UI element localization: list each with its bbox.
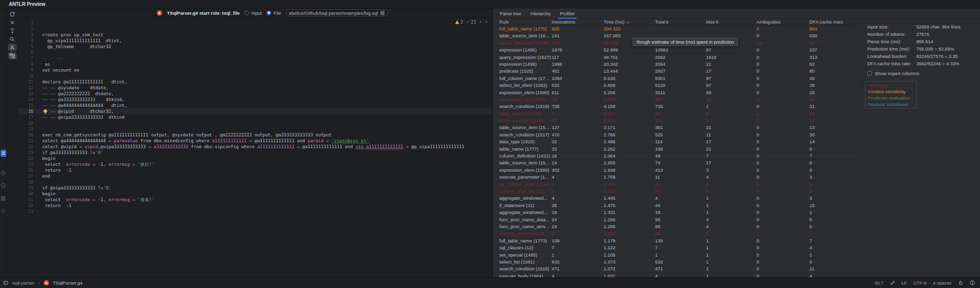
antlr-circle-icon[interactable]: A bbox=[0, 183, 6, 189]
code-text[interactable] bbox=[34, 126, 42, 132]
breadcrumb-file[interactable]: TSqlParser.g4 bbox=[53, 280, 82, 286]
profiler-row[interactable]: expression (1498)199820.342206421082 bbox=[493, 61, 861, 68]
code-text[interactable]: if @a333333333333 !='0' bbox=[34, 150, 103, 156]
code-text[interactable]: exec nb_com_getsysconfig @a1111111111111… bbox=[34, 132, 332, 138]
line-number[interactable]: 8 bbox=[18, 61, 34, 67]
read-only-pen-icon[interactable] bbox=[890, 280, 895, 286]
code-text[interactable]: —— —— @a333333333333 dtkind, bbox=[34, 97, 124, 103]
line-number[interactable]: 12 bbox=[18, 85, 34, 91]
line-number[interactable]: 14 bbox=[18, 97, 34, 103]
line-number[interactable]: 9 bbox=[18, 67, 34, 73]
line-number[interactable]: 30 bbox=[18, 191, 34, 197]
code-text[interactable]: —— —— @a2222222222 dtdate, bbox=[34, 91, 114, 97]
code-text[interactable]: @p_tblname dtchar32 bbox=[34, 44, 111, 50]
code-text[interactable]: —— —— @a444444444444444 dtint, bbox=[34, 103, 127, 108]
file-radio-label[interactable]: File bbox=[273, 10, 281, 16]
code-text[interactable] bbox=[34, 20, 42, 26]
browse-file-icon[interactable] bbox=[380, 11, 385, 15]
refresh-icon[interactable] bbox=[8, 10, 17, 18]
chevron-up-icon[interactable]: ∧ bbox=[479, 20, 482, 24]
profiler-row[interactable]: select_list (1581)6321.073632106 bbox=[493, 259, 861, 265]
intention-bulb-icon[interactable] bbox=[42, 109, 50, 114]
expert-columns-checkbox[interactable] bbox=[867, 71, 872, 76]
profiler-row[interactable]: select_list_elem (1592)6326.669612997038 bbox=[493, 82, 861, 89]
line-number[interactable]: 28 bbox=[18, 179, 34, 185]
line-number[interactable]: 19 bbox=[18, 126, 34, 132]
profiler-row[interactable]: column_alias_list (16...21.70358914 bbox=[493, 188, 861, 195]
line-number[interactable]: 31 bbox=[18, 197, 34, 203]
code-text[interactable]: end bbox=[34, 173, 50, 179]
profiler-row[interactable]: table_source (1510)73.972589119 bbox=[493, 110, 861, 117]
input-radio-group[interactable]: Input bbox=[245, 10, 262, 16]
profiler-row[interactable]: search_condition (1517)4702.78652511030 bbox=[493, 131, 861, 138]
weak-warning-counter[interactable]: ✓ 23 bbox=[466, 20, 476, 25]
col-max-k[interactable]: Max k bbox=[706, 19, 757, 25]
code-text[interactable] bbox=[34, 50, 42, 55]
preview-tool-window-icon[interactable] bbox=[0, 150, 6, 157]
inspections-widget[interactable]: 2 ✓ 23 ∧ ∨ bbox=[455, 20, 488, 25]
tab-hierarchy[interactable]: Hierarchy bbox=[531, 8, 551, 19]
code-text[interactable]: @p_vipa1111111111111 dtint, bbox=[34, 38, 122, 44]
profiler-people-icon[interactable] bbox=[8, 44, 17, 51]
profiler-row[interactable]: expression (1495)197852.99910982970237 bbox=[493, 47, 861, 53]
code-editor[interactable]: 123create proc up_com_test4 @p_vipa11111… bbox=[18, 18, 492, 216]
code-text[interactable]: set nocount on bbox=[34, 67, 79, 73]
breadcrumb-project[interactable]: tsql-parser bbox=[12, 280, 34, 286]
profiler-row[interactable]: table_source_item (15...1273.17138121013 bbox=[493, 124, 861, 131]
profiler-row[interactable]: expression_elem (1589)4021.948413308 bbox=[493, 167, 861, 174]
caret-position[interactable]: 30:7 bbox=[874, 280, 883, 286]
code-text[interactable]: select errorcode = -1, errormsg = '执行!' bbox=[34, 161, 154, 167]
code-text[interactable] bbox=[34, 209, 42, 214]
line-number[interactable]: 22 bbox=[18, 144, 34, 150]
profiler-row[interactable]: data_type (1829)322.48811417014 bbox=[493, 138, 861, 145]
code-text[interactable] bbox=[34, 179, 42, 185]
run-icon[interactable] bbox=[0, 170, 6, 176]
profiler-row[interactable]: aggregate_windowed...41.4954103 bbox=[493, 195, 861, 202]
profiler-row[interactable]: expression_list (1570)184.67830315444 bbox=[493, 96, 861, 103]
line-number[interactable]: 18 bbox=[18, 120, 34, 126]
line-number[interactable]: 11 bbox=[18, 79, 34, 85]
code-text[interactable]: begin bbox=[34, 191, 55, 197]
code-text[interactable]: select @vipid = vipid,@vipa333333333333 … bbox=[34, 144, 465, 150]
expert-columns-row[interactable]: Show expert columns bbox=[862, 70, 980, 77]
expert-columns-label[interactable]: Show expert columns bbox=[875, 71, 919, 76]
profiler-row[interactable]: sql_clauses (12)71.1227104 bbox=[493, 244, 861, 251]
line-number[interactable]: 24 bbox=[18, 156, 34, 161]
encoding-selector[interactable]: UTF-8 bbox=[913, 280, 927, 286]
services-icon[interactable] bbox=[0, 209, 6, 214]
code-text[interactable]: create proc up_com_test bbox=[34, 32, 103, 38]
line-number[interactable]: 3 bbox=[18, 32, 34, 38]
input-radio[interactable] bbox=[245, 11, 249, 15]
error-analysis-icon[interactable] bbox=[970, 280, 975, 286]
col-invocations[interactable]: Invocations bbox=[552, 19, 604, 25]
file-radio[interactable] bbox=[267, 11, 271, 15]
profiler-row[interactable]: execute_body (1964)41.0314104 bbox=[493, 273, 861, 277]
line-number[interactable]: 32 bbox=[18, 203, 34, 209]
profiler-row[interactable]: full_column_name (17...10948.63583019704… bbox=[493, 75, 861, 82]
profiler-row[interactable]: search_condition (1516)4711.0724711011 bbox=[493, 265, 861, 272]
line-number[interactable]: 13 bbox=[18, 91, 34, 97]
profiler-row[interactable]: aggregate_windowed...181.33118101 bbox=[493, 209, 861, 216]
text-tool-icon[interactable] bbox=[8, 27, 17, 34]
line-number[interactable]: 2 bbox=[18, 26, 34, 32]
profiler-row[interactable]: full_table_name (1773)1391.179139107 bbox=[493, 237, 861, 244]
line-number[interactable]: 16 bbox=[18, 108, 34, 114]
line-number[interactable]: 17 bbox=[18, 114, 34, 120]
hierarchy-tree-icon[interactable] bbox=[8, 52, 17, 59]
code-text[interactable]: return -1 bbox=[34, 203, 72, 209]
profiler-row[interactable]: as_column_alias (1604)21.74816512 bbox=[493, 181, 861, 188]
code-text[interactable]: -- -- -- bbox=[34, 55, 63, 61]
stop-icon[interactable] bbox=[8, 19, 17, 26]
unlocked-padlock-icon[interactable] bbox=[958, 280, 963, 286]
col-ambiguities[interactable]: Ambiguities bbox=[757, 19, 809, 25]
line-number[interactable]: 33 bbox=[18, 209, 34, 214]
tab-profiler[interactable]: Profiler bbox=[560, 8, 574, 19]
line-number[interactable]: 5 bbox=[18, 44, 34, 50]
col-time[interactable]: Time (ms)∨ bbox=[604, 19, 655, 25]
line-number[interactable]: 6 bbox=[18, 50, 34, 55]
file-path-field[interactable]: ebelice/Github/tsql-parser/examples/big.… bbox=[286, 9, 388, 16]
profiler-row[interactable]: if_statement (31)351.476441015 bbox=[493, 202, 861, 209]
code-text[interactable]: select @a444444444444444 = paravalue fro… bbox=[34, 138, 369, 144]
code-text[interactable] bbox=[34, 73, 42, 79]
profiler-row[interactable]: func_proc_name_serv...241.28995405 bbox=[493, 223, 861, 230]
